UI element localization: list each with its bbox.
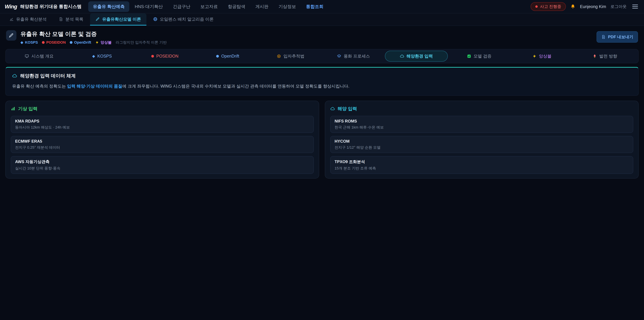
monitor-icon — [25, 54, 29, 58]
section-intro-paragraph: 유출유 확산 예측의 정확도는 입력 해양·기상 데이터의 품질에 크게 좌우됩… — [12, 83, 632, 90]
section-item-opendrift[interactable]: OpenDrift — [196, 51, 259, 62]
nav-item-oil-spill-prediction[interactable]: 유출유 확산예측 — [88, 1, 129, 12]
document-icon — [59, 17, 63, 21]
incident-status-badge[interactable]: 사고 진행중 — [531, 2, 566, 11]
data-source-row[interactable]: TPXO9 조화분석 15개 분조 기반 조류 예측 — [330, 156, 633, 174]
pdf-export-button[interactable]: PDF 내보내기 — [596, 31, 638, 43]
system-title: 해양환경 위기대응 통합시스템 — [20, 4, 82, 10]
dot-icon — [42, 41, 44, 44]
section-item-label: 해양환경 입력 — [406, 53, 433, 59]
section-item-label: 풍화 프로세스 — [344, 53, 370, 59]
tab-analysis-list[interactable]: 분석 목록 — [53, 14, 89, 26]
section-item-label: OpenDrift — [221, 54, 239, 59]
pdf-button-label: PDF 내보내기 — [608, 34, 633, 40]
section-item-kosps[interactable]: ◆ KOSPS — [70, 51, 134, 62]
tab-label: 분석 목록 — [66, 17, 83, 22]
tab-oil-fence-algorithm-theory[interactable]: 오일펜스 배치 알고리즘 이론 — [148, 14, 219, 26]
globe-icon — [153, 17, 158, 21]
section-item-label: 모델 검증 — [474, 53, 492, 59]
data-source-desc: 실시간 10분 단위 풍향·풍속 — [15, 166, 310, 171]
logout-button[interactable]: 로그아웃 — [610, 4, 626, 9]
section-item-particle-tracking[interactable]: 입자추적법 — [259, 51, 322, 62]
section-item-system-overview[interactable]: 시스템 개요 — [8, 51, 70, 62]
pen-icon — [96, 17, 100, 21]
model-badges: ◆ KOSPS POSEIDON OpenDrift 앙상블 라그랑지안 입자추… — [20, 40, 167, 45]
card-title-label: 해양 입력 — [338, 106, 357, 112]
tab-spill-model-theory[interactable]: 유출유확산모델 이론 — [90, 14, 146, 26]
section-item-label: POSEIDON — [156, 54, 178, 59]
pdf-icon — [601, 35, 606, 39]
tab-label: 유출유확산모델 이론 — [102, 17, 141, 22]
data-source-row[interactable]: HYCOM 전지구 1/12° 해양 순환 모델 — [330, 136, 633, 153]
layers-icon — [337, 54, 341, 58]
section-item-weathering-process[interactable]: 풍화 프로세스 — [322, 51, 385, 62]
section-item-poseidon[interactable]: POSEIDON — [134, 51, 196, 62]
badge-label: OpenDrift — [74, 40, 91, 45]
data-source-row[interactable]: AWS 자동기상관측 실시간 10분 단위 풍향·풍속 — [11, 156, 314, 174]
diamond-icon: ◆ — [20, 40, 23, 45]
section-item-label: KOSPS — [98, 54, 112, 59]
section-item-future-direction[interactable]: 발전 방향 — [574, 51, 636, 62]
section-item-label: 앙상블 — [539, 53, 552, 59]
nav-item-emergency-rescue[interactable]: 긴급구난 — [168, 1, 195, 12]
section-item-model-validation[interactable]: 모델 검증 — [448, 51, 511, 62]
section-item-label: 시스템 개요 — [31, 53, 54, 59]
marine-env-input-section: 해양환경 입력 데이터 체계 유출유 확산 예측의 정확도는 입력 해양·기상 … — [5, 67, 639, 96]
badge-poseidon: POSEIDON — [42, 40, 66, 45]
data-source-row[interactable]: NIFS ROMS 한국 근해 1km 해류·수온 예보 — [330, 116, 633, 133]
brand[interactable]: Wing 해양환경 위기대응 통합시스템 — [5, 4, 82, 10]
data-source-name: KMA RDAPS — [15, 119, 310, 124]
target-icon — [277, 54, 281, 58]
badge-ensemble: 앙상블 — [95, 40, 112, 45]
card-title-ocean: 해양 입력 — [330, 106, 633, 112]
tab-spill-analysis[interactable]: 유출유 확산분석 — [4, 14, 52, 26]
page-subtitle: 라그랑지안 입자추적 이론 기반 — [116, 40, 167, 45]
data-source-row[interactable]: KMA RDAPS 동아시아 12km 해상도 · 24h 예보 — [11, 116, 314, 133]
check-square-icon — [467, 54, 471, 58]
weather-input-card: 기상 입력 KMA RDAPS 동아시아 12km 해상도 · 24h 예보 E… — [5, 101, 319, 179]
lightning-icon — [95, 41, 99, 44]
section-nav: 시스템 개요 ◆ KOSPS POSEIDON OpenDrift 입자추적법 … — [5, 49, 639, 63]
nav-item-board[interactable]: 게시판 — [251, 1, 273, 12]
card-title-label: 기상 입력 — [18, 106, 38, 112]
sub-tab-bar: 유출유 확산분석 분석 목록 유출유확산모델 이론 오일펜스 배치 알고리즘 이… — [0, 14, 644, 26]
section-heading: 해양환경 입력 데이터 체계 — [12, 73, 632, 79]
nav-item-weather-info[interactable]: 기상정보 — [274, 1, 301, 12]
intro-text: 에 크게 좌우됩니다. WING 시스템은 국내외 수치예보 모델과 실시간 관… — [122, 84, 349, 88]
badge-label: 앙상블 — [100, 40, 112, 45]
nav-item-hns-air-dispersion[interactable]: HNS·대기확산 — [130, 1, 168, 12]
section-heading-text: 해양환경 입력 데이터 체계 — [20, 73, 76, 79]
cloud-icon — [12, 73, 17, 78]
data-source-name: HYCOM — [334, 139, 629, 144]
data-source-name: TPXO9 조화분석 — [334, 159, 629, 164]
section-item-marine-env-input[interactable]: 해양환경 입력 — [385, 51, 448, 62]
nav-item-aerial-search[interactable]: 항공탐색 — [223, 1, 250, 12]
section-item-label: 입자추적법 — [284, 53, 304, 59]
nav-item-integrated-search[interactable]: 통합조회 — [301, 1, 328, 12]
top-navigation-bar: Wing 해양환경 위기대응 통합시스템 유출유 확산예측 HNS·대기확산 긴… — [0, 0, 644, 14]
data-source-desc: 15개 분조 기반 조류 예측 — [334, 166, 629, 171]
notifications-bell-icon[interactable] — [570, 4, 576, 9]
incident-label: 사고 진행중 — [540, 4, 561, 9]
dot-icon — [70, 41, 72, 44]
data-source-desc: 한국 근해 1km 해류·수온 예보 — [334, 125, 629, 130]
intro-text: 유출유 확산 예측의 정확도는 — [12, 84, 67, 88]
badge-label: KOSPS — [25, 40, 38, 45]
tab-label: 오일펜스 배치 알고리즘 이론 — [160, 17, 214, 22]
data-source-row[interactable]: ECMWF ERA5 전지구 0.25° 재분석 데이터 — [11, 136, 314, 153]
menu-hamburger-icon[interactable] — [631, 3, 639, 10]
data-source-name: NIFS ROMS — [334, 119, 629, 124]
dot-icon — [216, 55, 219, 58]
input-data-cards: 기상 입력 KMA RDAPS 동아시아 12km 해상도 · 24h 예보 E… — [5, 101, 639, 179]
lightning-icon — [532, 54, 536, 58]
user-name: Eunjeong Kim — [580, 4, 606, 9]
nav-item-reports[interactable]: 보고자료 — [196, 1, 222, 12]
badge-label: POSEIDON — [46, 40, 66, 45]
section-item-ensemble[interactable]: 앙상블 — [510, 51, 574, 62]
page-header: 유출유 확산 모델 이론 및 검증 ◆ KOSPS POSEIDON OpenD… — [0, 26, 644, 48]
diamond-icon: ◆ — [92, 54, 95, 58]
data-source-desc: 동아시아 12km 해상도 · 24h 예보 — [15, 125, 310, 130]
page-icon — [6, 30, 16, 41]
dot-icon — [151, 55, 154, 58]
data-source-desc: 전지구 1/12° 해양 순환 모델 — [334, 145, 629, 150]
